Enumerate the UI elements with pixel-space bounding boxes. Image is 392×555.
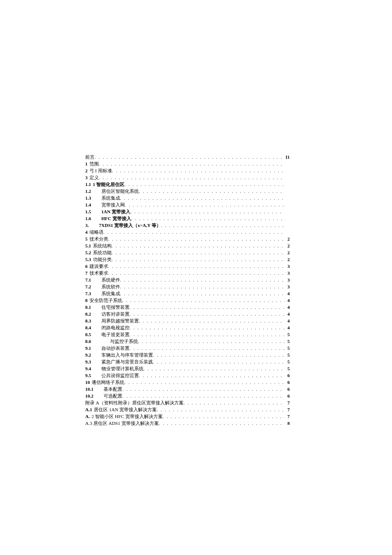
toc-number: 8	[85, 297, 89, 304]
toc-number: 8.6	[85, 338, 93, 345]
toc-number: 8.5	[85, 331, 93, 338]
toc-row: 1.3系统集成	[85, 195, 290, 201]
toc-title: 周界防越报警装置	[93, 317, 139, 324]
toc-number: 7.1	[85, 276, 93, 283]
toc-number: 1.3	[85, 195, 93, 201]
toc-title: 车辆出入与停车管理装置	[93, 352, 153, 358]
toc-title: 可选配置	[95, 392, 122, 399]
toc-number: 1.1	[85, 181, 93, 188]
toc-title: A.3 居住区 ADS1 宽带接入解决方案	[85, 420, 159, 427]
toc-title: 系统集成	[93, 290, 120, 297]
toc-number: 2	[85, 167, 89, 174]
toc-title: 系统结构	[93, 242, 112, 249]
toc-row: 3.7XDS1 宽带接入（x=A,Y 等）	[85, 222, 290, 229]
toc-title: 紧急广播与背景音乐装践	[93, 358, 153, 365]
toc-leader-dots	[159, 420, 285, 427]
page: 前言I11范围2弓 I 用标准3定义1.11 智能化居住区1.2居住区智能化系统…	[0, 0, 392, 555]
toc-row: 10.2可选配置6	[85, 392, 290, 399]
toc-title: 系统功能	[93, 249, 112, 256]
toc-title: 建设要求	[89, 263, 108, 270]
toc-number: 4	[85, 229, 89, 235]
toc-row: 8.4闭路电视监控4	[85, 324, 290, 331]
toc-title: 附录 A（资料性附录）居住区宽带接入解决方案	[85, 399, 184, 406]
toc-title: 物业管理计算机系统	[93, 365, 144, 372]
toc-number: 8.2	[85, 311, 93, 317]
toc-page-number: 5	[285, 352, 290, 358]
toc-page-number: 5	[285, 345, 290, 352]
toc-page-number: 5	[285, 331, 290, 338]
toc-title: 系统集成	[93, 195, 120, 201]
toc-number: 1	[85, 160, 89, 167]
toc-row: 1.51AN 宽带接入	[85, 208, 290, 215]
toc-leader-dots	[130, 311, 285, 317]
toc-leader-dots	[122, 392, 285, 399]
table-of-contents: 前言I11范围2弓 I 用标准3定义1.11 智能化居住区1.2居住区智能化系统…	[85, 154, 290, 427]
toc-page-number: 5	[285, 338, 290, 345]
toc-title: 前言	[85, 154, 95, 160]
toc-leader-dots	[120, 195, 285, 201]
toc-title: 宽带接入网	[93, 201, 125, 208]
toc-title: 1 智能化居住区	[93, 181, 124, 188]
toc-number: 5.2	[85, 249, 93, 256]
toc-row: 1范围	[85, 160, 290, 167]
toc-leader-dots	[130, 208, 285, 215]
toc-row: 9.5公共设得监控芸置6	[85, 372, 290, 379]
toc-row: 8.5电子巡更装置5	[85, 331, 290, 338]
toc-leader-dots	[95, 154, 284, 160]
toc-row: 8.1住宅报警装置4	[85, 304, 290, 311]
toc-number: 7.2	[85, 283, 93, 290]
toc-page-number: 4	[285, 304, 290, 311]
toc-page-number: 7	[285, 399, 290, 406]
toc-title: 通信网络子系统	[92, 379, 124, 386]
toc-row: 5.3功能分类2	[85, 256, 290, 263]
toc-page-number: 2	[285, 256, 290, 263]
toc-title: 基本配置	[95, 386, 122, 392]
toc-row: 5.2系统功能2	[85, 249, 290, 256]
toc-title: HFC 宽带接入	[93, 215, 131, 222]
toc-title: 系统软件	[93, 283, 120, 290]
toc-row: 10.1基本配置6	[85, 386, 290, 392]
toc-number: 1.6	[85, 215, 93, 222]
toc-leader-dots	[144, 365, 285, 372]
toc-number: 9.2	[85, 352, 93, 358]
toc-title: 电子巡更装置	[93, 331, 130, 338]
toc-row: A.1居住区 1AN 宽带接入解决方案7	[85, 406, 290, 413]
toc-title: 1AN 宽带接入	[93, 208, 130, 215]
toc-number: 10.1	[85, 386, 95, 392]
toc-page-number: 4	[285, 297, 290, 304]
toc-title: 安全防范子系统	[89, 297, 122, 304]
toc-leader-dots	[138, 338, 285, 345]
toc-page-number: 8	[285, 420, 290, 427]
toc-number: 1.5	[85, 208, 93, 215]
toc-title: 居住区智能化系统	[93, 188, 139, 195]
toc-number: 1.2	[85, 188, 93, 195]
toc-page-number: 3	[285, 283, 290, 290]
toc-title: 缩略语	[89, 229, 104, 235]
toc-number: A.1	[85, 406, 94, 413]
toc-title: 居住区 1AN 宽带接入解决方案	[94, 406, 157, 413]
toc-title: 闭路电视监控	[93, 324, 130, 331]
toc-title: 与监控子系统	[93, 338, 138, 345]
toc-title: 功能分类	[93, 256, 112, 263]
toc-leader-dots	[163, 413, 285, 420]
toc-page-number: 6	[285, 372, 290, 379]
toc-leader-dots	[108, 270, 285, 276]
toc-page-number: 3	[285, 263, 290, 270]
toc-page-number: 5	[285, 358, 290, 365]
toc-page-number: 6	[285, 386, 290, 392]
toc-number: 9.4	[85, 365, 93, 372]
toc-leader-dots	[112, 256, 285, 263]
toc-page-number: 2	[285, 235, 290, 242]
toc-title: 系统硬件	[93, 276, 120, 283]
toc-leader-dots	[124, 379, 285, 386]
toc-number: 1.4	[85, 201, 93, 208]
toc-leader-dots	[184, 399, 285, 406]
toc-number: 9.5	[85, 372, 93, 379]
toc-leader-dots	[139, 317, 285, 324]
toc-row: A.3 居住区 ADS1 宽带接入解决方案8	[85, 420, 290, 427]
toc-title: 住宅报警装置	[93, 304, 130, 311]
toc-page-number: 4	[285, 290, 290, 297]
toc-row: 9.4物业管理计算机系统5	[85, 365, 290, 372]
toc-row: 10通信网络子系统6	[85, 379, 290, 386]
toc-row: 附录 A（资料性附录）居住区宽带接入解决方案7	[85, 399, 290, 406]
